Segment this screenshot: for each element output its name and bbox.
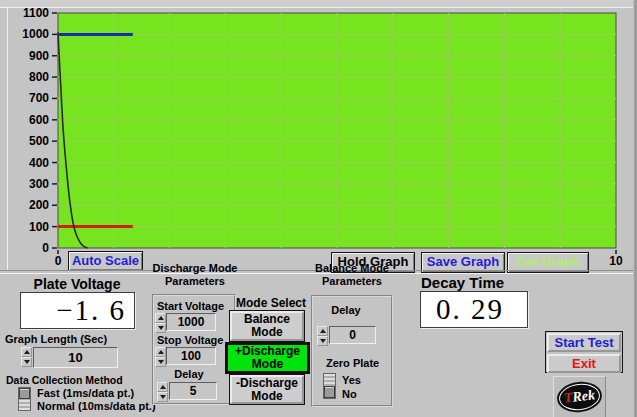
spin-down-icon[interactable] <box>317 336 328 346</box>
discharge-params-group: Start Voltage 1000 Stop Voltage 100 Dela… <box>152 294 236 405</box>
y-tick-label: 400 <box>29 156 49 170</box>
discharge-delay-label: Delay <box>154 368 224 380</box>
plate-voltage-label: Plate Voltage <box>12 276 142 292</box>
balance-delay-value[interactable]: 0 <box>329 326 376 344</box>
zero-plate-option-no[interactable]: No <box>342 388 357 400</box>
y-tick-label: 1000 <box>22 27 49 41</box>
mode-button-neg-discharge-line2: Mode <box>232 390 302 403</box>
stop-voltage-stepper[interactable] <box>155 347 166 367</box>
graph-length-label: Graph Length (Sec) <box>5 333 107 345</box>
data-collection-label: Data Collection Method <box>6 374 123 386</box>
mode-button-pos-discharge[interactable]: +Discharge Mode <box>226 343 309 373</box>
zero-plate-switch[interactable] <box>323 373 336 399</box>
spin-up-icon[interactable] <box>155 313 166 323</box>
y-tick-label: 600 <box>29 113 49 127</box>
window-right-edge <box>633 0 637 417</box>
discharge-delay-value[interactable]: 5 <box>169 382 217 400</box>
spin-down-icon[interactable] <box>155 357 166 367</box>
spin-down-icon[interactable] <box>155 323 166 333</box>
switch-knob <box>324 386 335 398</box>
data-collection-switch[interactable] <box>18 387 31 411</box>
spin-down-icon[interactable] <box>21 357 32 367</box>
discharge-params-title: Discharge Mode Parameters <box>140 262 250 288</box>
decay-graph: 010020030040050060070080090010001100010 <box>0 0 637 272</box>
spin-down-icon[interactable] <box>157 392 168 402</box>
start-test-button[interactable]: Start Test <box>547 333 621 352</box>
y-tick-label: 800 <box>29 70 49 84</box>
balance-params-group: Delay 0 Zero Plate Yes No <box>311 295 393 407</box>
balance-params-title-line2: Parameters <box>297 275 407 288</box>
switch-knob <box>19 388 30 399</box>
stop-voltage-value[interactable]: 100 <box>166 347 216 365</box>
zero-plate-label: Zero Plate <box>326 357 379 369</box>
mode-button-pos-discharge-line2: Mode <box>228 358 307 371</box>
auto-scale-button[interactable]: Auto Scale <box>68 251 143 271</box>
trek-logo: TRek <box>553 376 606 417</box>
y-tick-label: 100 <box>29 220 49 234</box>
discharge-params-title-line1: Discharge Mode <box>140 262 250 275</box>
spin-up-icon[interactable] <box>317 326 328 336</box>
action-buttons-frame: Start Test Exit <box>545 331 623 373</box>
y-tick-label: 700 <box>29 91 49 105</box>
spin-up-icon[interactable] <box>21 347 32 357</box>
discharge-delay-stepper[interactable] <box>157 382 168 402</box>
mode-button-balance[interactable]: Balance Mode <box>230 311 304 341</box>
graph-length-value[interactable]: 10 <box>33 347 118 368</box>
mode-button-neg-discharge-line1: -Discharge <box>232 377 302 390</box>
trek-logo-text: TRek <box>563 387 596 407</box>
discharge-params-title-line2: Parameters <box>140 275 250 288</box>
spin-up-icon[interactable] <box>155 347 166 357</box>
decay-time-display: 0. 29 <box>420 291 528 328</box>
start-voltage-value[interactable]: 1000 <box>166 313 216 331</box>
x-tick-label: 10 <box>609 254 623 268</box>
y-tick-label: 500 <box>29 134 49 148</box>
trek-logo-rek: Rek <box>572 387 596 405</box>
balance-params-title-line1: Balance Mode <box>297 262 407 275</box>
trek-logo-ellipse: TRek <box>555 379 603 414</box>
y-tick-label: 1100 <box>23 6 49 20</box>
data-collection-option-fast[interactable]: Fast (1ms/data pt.) <box>37 387 134 399</box>
y-tick-label: 300 <box>29 177 49 191</box>
start-voltage-label: Start Voltage <box>157 300 224 312</box>
mode-button-balance-line2: Mode <box>232 326 302 339</box>
balance-delay-stepper[interactable] <box>317 326 328 346</box>
app-window: 010020030040050060070080090010001100010 … <box>0 0 637 417</box>
data-collection-option-normal[interactable]: Normal (10ms/data pt.) <box>37 400 156 412</box>
mode-button-neg-discharge[interactable]: -Discharge Mode <box>230 375 304 404</box>
stop-voltage-label: Stop Voltage <box>157 334 223 346</box>
balance-params-title: Balance Mode Parameters <box>297 262 407 288</box>
graph-length-stepper[interactable] <box>21 347 32 368</box>
y-tick-label: 0 <box>42 241 49 255</box>
decay-time-label: Decay Time <box>421 274 504 291</box>
plate-voltage-display: −1. 6 <box>20 292 135 329</box>
zero-plate-option-yes[interactable]: Yes <box>342 374 361 386</box>
balance-delay-label: Delay <box>316 304 376 316</box>
exit-button[interactable]: Exit <box>547 354 621 373</box>
x-tick-label: 0 <box>55 254 62 268</box>
mode-select-label: Mode Select <box>233 296 309 310</box>
y-tick-label: 900 <box>29 49 49 63</box>
spin-up-icon[interactable] <box>157 382 168 392</box>
y-tick-label: 200 <box>29 198 49 212</box>
start-voltage-stepper[interactable] <box>155 313 166 333</box>
